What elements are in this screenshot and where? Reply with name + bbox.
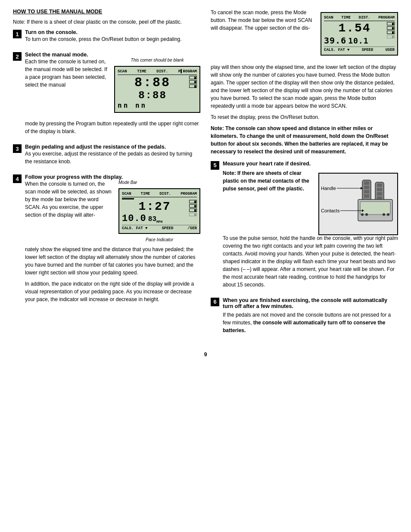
step-2-body-before: Each time the console is turned on, the …	[25, 58, 109, 89]
step-6-body-bold: the console will automatically turn off …	[223, 320, 385, 333]
step-2-display-bottom: nn nn	[118, 101, 187, 109]
rheader-scan: SCAN	[324, 16, 333, 20]
step-4-bottom-row: 10.0 83MPH	[122, 214, 162, 224]
handle-label: Handle	[321, 186, 363, 191]
indicator4-4	[189, 213, 197, 216]
rindicator-3	[387, 31, 395, 34]
step-4-body-after2: In addition, the pace indicator on the r…	[25, 280, 200, 303]
step-3-body: As you exercise, adjust the resistance o…	[25, 150, 200, 165]
rindicator-1	[387, 22, 395, 25]
step-5-body: To use the pulse sensor, hold the handle…	[223, 234, 398, 289]
svg-point-14	[365, 213, 368, 216]
step-6-title: When you are finished exercising, the co…	[223, 297, 387, 309]
mode-bar-label: Mode Bar	[118, 180, 200, 185]
step-2-display-wrapper: 8:88 8:88 nn nn	[118, 76, 197, 109]
step-1-body: To turn on the console, press the On/Res…	[25, 35, 200, 43]
step-6-body: If the pedals are not moved and the cons…	[223, 311, 398, 334]
corner-blank-label: This corner should be blank	[114, 58, 200, 62]
rheader-program: PROGRAM	[378, 16, 395, 20]
indicator-1	[189, 76, 197, 79]
header4-dist: DIST.	[159, 192, 171, 196]
step-4-dist: 10.0	[122, 214, 146, 224]
step-6: 6 When you are finished exercising, the …	[211, 297, 398, 338]
step-5-note-bold: Note: If there are sheets of clear plast…	[223, 170, 309, 192]
right-display-body: 1.54 39.6 10.1	[324, 22, 395, 46]
rindicator-2	[387, 26, 395, 30]
step-1-content: Turn on the console. To turn on the cons…	[25, 29, 200, 47]
step-3-content: Begin pedaling and adjust the resistance…	[25, 144, 200, 169]
right-column: To cancel the scan mode, press the Mode …	[211, 9, 398, 343]
contacts-label: Contacts	[321, 208, 364, 213]
right-top-section: To cancel the scan mode, press the Mode …	[211, 9, 398, 59]
step-4-body-after: nately show the elapsed time and the dis…	[25, 246, 200, 277]
footer4-speed: SPEED	[162, 226, 173, 230]
svg-rect-7	[377, 184, 382, 187]
step-5-content: Measure your heart rate if desired. Note…	[223, 161, 398, 292]
reset-text: To reset the display, press the On/Reset…	[211, 113, 398, 121]
svg-point-15	[383, 213, 385, 216]
step-4-display-header: SCAN TIME DIST. PROGRAM	[122, 192, 197, 197]
svg-point-16	[387, 213, 389, 216]
step-2-display: SCAN TIME DIST. P▌ROGRAM 8:88 8:88	[114, 66, 200, 113]
intro-note: Note: If there is a sheet of clear plast…	[13, 18, 200, 26]
footer4-user: /SER	[187, 226, 197, 230]
step-5: 5 Measure your heart rate if desired. No…	[211, 161, 398, 292]
right-main-bottom: 39.6 10.1	[324, 35, 385, 46]
svg-point-13	[361, 213, 364, 216]
handle-arrow-line	[337, 186, 363, 190]
right-speed: 10.1	[348, 36, 368, 45]
step-1-number: 1	[13, 30, 22, 38]
step-4-display-area: Mode Bar SCAN TIME DIST. PROGRAM	[118, 180, 200, 242]
step-2-display-main-bot: 8:88	[118, 90, 187, 101]
step-4-display: SCAN TIME DIST. PROGRAM 1:27	[118, 188, 200, 234]
header-time: TIME	[137, 69, 146, 74]
step-3-title: Begin pedaling and adjust the resistance…	[25, 144, 166, 150]
svg-marker-18	[361, 187, 363, 190]
step-2-content: Select the manual mode. Each time the co…	[25, 52, 200, 139]
header-program: P▌ROGRAM	[178, 69, 197, 74]
footer4-cals: CALS. FAT ♥	[122, 226, 147, 230]
step-4: 4 Follow your progress with the display.…	[13, 174, 200, 307]
svg-rect-8	[377, 188, 382, 191]
step-4-indicators	[189, 200, 197, 224]
step-4-top-time: 1:27	[122, 200, 187, 214]
indicator4-3	[189, 208, 197, 212]
right-main-top: 1.54	[324, 22, 385, 35]
svg-rect-3	[364, 186, 369, 189]
step-2-body-after: mode by pressing the Program button repe…	[25, 120, 200, 135]
svg-rect-2	[364, 181, 369, 185]
step-3: 3 Begin pedaling and adjust the resistan…	[13, 144, 200, 169]
header-dist: DIST.	[156, 69, 168, 74]
note-bold-text: Note: The console can show speed and dis…	[211, 124, 398, 156]
rfooter-user: USER	[385, 48, 395, 52]
step-4-display-body: 1:27 10.0 83MPH	[122, 198, 187, 224]
step-5-text: Note: If there are sheets of clear plast…	[223, 169, 314, 232]
handle-contacts-svg	[319, 174, 398, 235]
step-5-layout: Note: If there are sheets of clear plast…	[223, 169, 398, 232]
step-2-number: 2	[13, 52, 22, 61]
right-display-area: SCAN TIME DIST. PROGRAM 1.54 39.6 10.1	[321, 9, 398, 59]
rheader-time: TIME	[341, 16, 351, 20]
section-title: HOW TO USE THE MANUAL MODE	[13, 9, 200, 15]
pace-indicator-label: Pace Indicator	[118, 237, 200, 242]
step-4-display-footer: CALS. FAT ♥ SPEED /SER	[122, 225, 197, 230]
svg-rect-9	[377, 192, 382, 196]
rheader-dist: DIST.	[359, 16, 371, 20]
step-4-body-before: When the console is turned on, the scan …	[25, 180, 114, 219]
step-2-indicators	[189, 76, 197, 88]
step-5-number: 5	[211, 161, 219, 170]
step-2-display-main-top: 8:88	[118, 76, 187, 90]
right-display-header: SCAN TIME DIST. PROGRAM	[324, 16, 395, 21]
handle-contacts-illustration: Handle Contacts	[318, 169, 398, 232]
step-1: 1 Turn on the console. To turn on the co…	[13, 29, 200, 47]
step-4-speed: 83MPH	[148, 215, 163, 224]
page: HOW TO USE THE MANUAL MODE Note: If ther…	[13, 9, 398, 358]
contacts-arrow-line	[340, 208, 364, 213]
step-2-display-inner: 8:88 8:88 nn nn	[118, 76, 187, 109]
indicator4-2	[189, 204, 197, 208]
step-2-display-header: SCAN TIME DIST. P▌ROGRAM	[118, 69, 197, 75]
svg-marker-20	[362, 209, 364, 212]
rfooter-speed: SPEED	[361, 48, 373, 52]
header-scan: SCAN	[118, 69, 127, 74]
step-2-title: Select the manual mode.	[25, 52, 88, 58]
